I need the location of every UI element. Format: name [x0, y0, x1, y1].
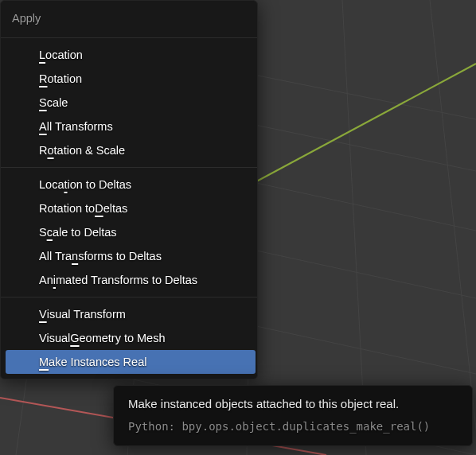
- tooltip-python-prefix: Python:: [128, 420, 181, 433]
- tooltip: Make instanced objects attached to this …: [113, 385, 473, 446]
- menu-item-rotation-deltas[interactable]: Rotation to Deltas: [1, 196, 257, 220]
- axis-y: [239, 64, 476, 191]
- menu-item-scale-deltas[interactable]: Scale to Deltas: [1, 220, 257, 244]
- menu-item-scale[interactable]: Scale: [1, 91, 257, 115]
- menu-item-make-instances-real[interactable]: Make Instances Real: [6, 350, 256, 374]
- tooltip-description: Make instanced objects attached to this …: [128, 397, 458, 410]
- menu-item-animated-transforms-deltas[interactable]: Animated Transforms to Deltas: [1, 268, 257, 292]
- menu-section-deltas: Location to Deltas Rotation to Deltas Sc…: [1, 168, 257, 298]
- menu-section-visual: Visual Transform Visual Geometry to Mesh…: [1, 298, 257, 379]
- menu-item-location-deltas[interactable]: Location to Deltas: [1, 173, 257, 196]
- menu-item-all-transforms-deltas[interactable]: All Transforms to Deltas: [1, 244, 257, 268]
- menu-section-transforms: Location Rotation Scale All Transforms R…: [1, 38, 257, 168]
- menu-item-rotation-scale[interactable]: Rotation & Scale: [1, 138, 257, 162]
- menu-item-visual-geometry[interactable]: Visual Geometry to Mesh: [1, 326, 257, 350]
- menu-title: Apply: [1, 1, 257, 38]
- menu-item-location[interactable]: Location: [1, 43, 257, 67]
- menu-item-all-transforms[interactable]: All Transforms: [1, 115, 257, 138]
- menu-item-rotation[interactable]: Rotation: [1, 67, 257, 91]
- menu-item-visual-transform[interactable]: Visual Transform: [1, 302, 257, 326]
- apply-menu: Apply Location Rotation Scale All Transf…: [0, 0, 258, 379]
- tooltip-python: Python: bpy.ops.object.duplicates_make_r…: [128, 420, 458, 433]
- tooltip-python-call: bpy.ops.object.duplicates_make_real(): [181, 420, 430, 433]
